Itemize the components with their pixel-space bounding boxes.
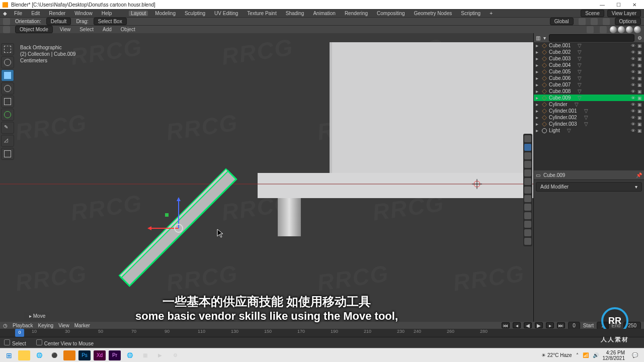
menu-edit[interactable]: Edit — [29, 11, 42, 16]
outliner-item[interactable]: ▸ Cube.006 ▽ 👁▣ — [534, 75, 644, 81]
shading-wireframe-icon[interactable] — [610, 26, 617, 33]
frame-end[interactable]: 250 — [623, 322, 641, 329]
prev-key-icon[interactable]: ◂ — [513, 322, 521, 328]
tab-uv[interactable]: UV Editing — [212, 11, 240, 16]
clock-date[interactable]: 12/8/2021 — [603, 355, 625, 361]
tray-chevron-icon[interactable]: ˄ — [576, 352, 579, 358]
ptab-constraint-icon[interactable] — [524, 212, 531, 219]
clock-time[interactable]: 4:26 PM — [606, 350, 625, 355]
outliner-display-icon[interactable]: ▾ — [543, 35, 546, 41]
ptab-world-icon[interactable] — [524, 169, 531, 176]
play-icon[interactable]: ▶ — [535, 322, 543, 328]
ptab-output-icon[interactable] — [524, 144, 531, 151]
tray-network-icon[interactable]: 📶 — [583, 352, 589, 358]
editor-type-icon[interactable] — [3, 26, 10, 33]
outliner-list[interactable]: ▸ Cube.001 ▽ 👁▣▸ Cube.002 ▽ 👁▣▸ Cube.003… — [534, 42, 644, 170]
media-icon[interactable]: ▶ — [154, 350, 166, 360]
menu-object[interactable]: Object — [119, 27, 137, 32]
timeline-type-icon[interactable]: ◷ — [3, 323, 8, 328]
timeline-track[interactable]: 0 10305070901101301501701902102302402602… — [0, 329, 644, 337]
filter-icon[interactable]: ⚙ — [637, 35, 642, 41]
jump-start-icon[interactable]: ⏮ — [502, 322, 510, 328]
options-dropdown[interactable]: Options — [615, 18, 641, 25]
transform-orientation[interactable]: Global — [550, 18, 574, 25]
close-button[interactable]: ✕ — [627, 1, 642, 9]
outliner-item[interactable]: ▸ Cube.008 ▽ 👁▣ — [534, 88, 644, 95]
outliner-item[interactable]: ▸ Cube.001 ▽ 👁▣ — [534, 42, 644, 49]
tl-keying[interactable]: Keying — [38, 323, 54, 328]
outliner-item[interactable]: ▸ Cylinder.001 ▽ 👁▣ — [534, 108, 644, 114]
menu-view[interactable]: View — [58, 27, 73, 32]
obs-icon[interactable]: ⚫ — [48, 350, 60, 360]
shading-solid-icon[interactable] — [618, 26, 625, 33]
shading-modes[interactable] — [610, 26, 641, 33]
tray-volume-icon[interactable]: 🔊 — [593, 352, 599, 358]
outliner-item[interactable]: ▸ Light ▽ 👁▣ — [534, 127, 644, 134]
menu-select[interactable]: Select — [77, 27, 96, 32]
tab-sculpting[interactable]: Sculpting — [183, 11, 207, 16]
timeline-playhead[interactable]: 0 — [15, 329, 24, 337]
viewlayer-field[interactable]: View Layer — [607, 10, 641, 17]
frame-current[interactable]: 0 — [568, 322, 580, 329]
tab-modeling[interactable]: Modeling — [153, 11, 178, 16]
maximize-button[interactable]: ☐ — [611, 1, 626, 9]
outliner-item[interactable]: ▸ Cylinder.002 ▽ 👁▣ — [534, 114, 644, 121]
last-operator-panel[interactable]: ▸ Move — [24, 312, 50, 320]
tl-marker[interactable]: Marker — [74, 323, 90, 328]
outliner-item[interactable]: ▸ Cylinder ▽ 👁▣ — [534, 101, 644, 108]
photoshop-icon[interactable]: Ps — [78, 350, 91, 360]
xd-icon[interactable]: Xd — [94, 350, 106, 360]
start-button[interactable]: ⊞ — [3, 350, 15, 360]
shading-rendered-icon[interactable] — [634, 26, 641, 33]
premiere-icon[interactable]: Pr — [109, 350, 121, 360]
tl-playback[interactable]: Playback — [13, 323, 33, 328]
ptab-render-icon[interactable] — [524, 135, 531, 142]
ptab-particle-icon[interactable] — [524, 195, 531, 202]
outliner-item[interactable]: ▸ Cube.002 ▽ 👁▣ — [534, 49, 644, 55]
outliner-item[interactable]: ▸ Cylinder.003 ▽ 👁▣ — [534, 121, 644, 127]
3d-viewport[interactable]: RRCG RRCG RRCG RRCG RRCG RRCG RRCG RRCG … — [0, 33, 533, 322]
weather-widget[interactable]: ☀ 22°C Haze — [541, 352, 572, 358]
tab-layout[interactable]: Layout — [129, 11, 148, 16]
jump-end-icon[interactable]: ⏭ — [557, 322, 565, 328]
shading-matprev-icon[interactable] — [626, 26, 633, 33]
xray-icon[interactable] — [600, 26, 607, 33]
tab-add[interactable]: + — [488, 11, 495, 16]
snap-icon[interactable] — [591, 18, 598, 25]
blender-icon[interactable] — [63, 350, 75, 360]
ptab-scene-icon[interactable] — [524, 161, 531, 168]
frame-start[interactable]: 1 — [597, 322, 609, 329]
tab-compositing[interactable]: Compositing — [375, 11, 407, 16]
notifications-icon[interactable]: 💬 — [629, 350, 641, 360]
settings-icon[interactable]: ⚙ — [169, 350, 181, 360]
ptab-material-icon[interactable] — [524, 229, 531, 236]
mode-select[interactable]: Object Mode — [15, 26, 53, 33]
pivot-icon[interactable] — [579, 18, 586, 25]
edge-icon[interactable]: 🌐 — [124, 350, 136, 360]
timeline-editor[interactable]: ◷ Playback Keying View Marker ⏮ ◂ ◀ ▶ ▸ … — [0, 322, 644, 337]
tab-rendering[interactable]: Rendering — [343, 11, 370, 16]
menu-add[interactable]: Add — [101, 27, 114, 32]
outliner-item[interactable]: ▸ Cube.005 ▽ 👁▣ — [534, 68, 644, 75]
tab-texture[interactable]: Texture Paint — [245, 11, 278, 16]
proportional-icon[interactable] — [603, 18, 610, 25]
tab-geonodes[interactable]: Geometry Nodes — [412, 11, 454, 16]
ptab-data-icon[interactable] — [524, 221, 531, 228]
pin-icon[interactable]: 📌 — [636, 172, 642, 178]
tl-view[interactable]: View — [58, 323, 69, 328]
tab-shading[interactable]: Shading — [284, 11, 306, 16]
tab-animation[interactable]: Animation — [311, 11, 337, 16]
outliner-item[interactable]: ▸ Cube.009 ▽ 👁▣ — [534, 95, 644, 101]
outliner-item[interactable]: ▸ Cube.004 ▽ 👁▣ — [534, 62, 644, 68]
outliner-item[interactable]: ▸ Cube.003 ▽ 👁▣ — [534, 55, 644, 62]
ptab-viewlayer-icon[interactable] — [524, 152, 531, 159]
outliner-type-icon[interactable]: ▥ — [536, 35, 540, 41]
minimize-button[interactable]: — — [595, 1, 610, 9]
add-modifier-button[interactable]: Add Modifier▾ — [536, 182, 642, 192]
scene-field[interactable]: Scene — [581, 10, 604, 17]
drag-select[interactable]: Select Box — [94, 18, 127, 25]
camtasia-icon[interactable]: ▦ — [139, 350, 151, 360]
menu-help[interactable]: Help — [100, 11, 114, 16]
ptab-object-icon[interactable] — [524, 178, 531, 185]
ptab-texture-icon[interactable] — [524, 238, 531, 245]
